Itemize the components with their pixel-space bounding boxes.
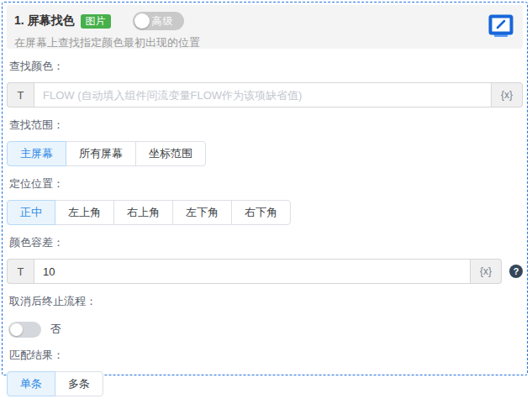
cancel-terminate-row: 否 [8,321,521,338]
color-tolerance-row: T {x} ? [7,259,523,284]
color-tolerance-label: 颜色容差： [9,235,520,250]
cancel-terminate-state-text: 否 [50,322,61,337]
step-config-panel: 1. 屏幕找色 图片 高级 在屏幕上查找指定颜色最初出现的位置 查找颜色： T … [2,2,528,375]
color-tolerance-input[interactable] [34,259,471,284]
anchor-position-label: 定位位置： [9,176,520,192]
search-range-group: 主屏幕 所有屏幕 坐标范围 [7,141,206,166]
switch-knob [10,323,23,336]
find-color-input[interactable] [34,82,492,108]
anchor-position-group: 正中 左上角 右上角 左下角 右下角 [7,200,291,225]
color-tolerance-input-group: T {x} [7,259,502,284]
anchor-option-bottom-right[interactable]: 右下角 [231,200,291,225]
step-header: 1. 屏幕找色 图片 高级 在屏幕上查找指定颜色最初出现的位置 [7,5,523,49]
find-color-input-group: T {x} [7,82,523,108]
match-result-group: 单条 多条 [7,371,103,396]
text-type-addon: T [7,259,34,284]
advanced-mode-toggle[interactable]: 高级 [133,12,184,30]
anchor-option-top-left[interactable]: 左上角 [55,200,114,225]
search-range-option-main-screen[interactable]: 主屏幕 [7,141,66,166]
search-range-option-coordinate-range[interactable]: 坐标范围 [135,141,206,166]
anchor-option-top-right[interactable]: 右上角 [113,200,173,225]
find-color-label: 查找颜色： [9,59,520,74]
category-badge: 图片 [81,14,111,29]
variable-insert-addon[interactable]: {x} [492,82,523,108]
cancel-terminate-label: 取消后终止流程： [9,294,520,309]
help-icon[interactable]: ? [509,265,523,278]
cancel-terminate-switch[interactable] [8,322,41,338]
anchor-option-center[interactable]: 正中 [7,200,55,225]
text-type-addon: T [7,82,34,108]
search-range-label: 查找范围： [9,118,520,133]
header-title-row: 1. 屏幕找色 图片 高级 [14,12,513,30]
screen-edit-icon[interactable] [488,13,514,39]
match-result-label: 匹配结果： [9,348,520,363]
toggle-knob [134,13,150,29]
step-description: 在屏幕上查找指定颜色最初出现的位置 [14,35,513,50]
match-result-option-single[interactable]: 单条 [7,371,55,396]
anchor-option-bottom-left[interactable]: 左下角 [172,200,232,225]
advanced-toggle-label: 高级 [152,14,174,29]
search-range-option-all-screens[interactable]: 所有屏幕 [66,141,136,166]
step-title: 1. 屏幕找色 [14,13,75,29]
match-result-option-multiple[interactable]: 多条 [55,371,103,396]
variable-insert-addon[interactable]: {x} [471,259,502,284]
